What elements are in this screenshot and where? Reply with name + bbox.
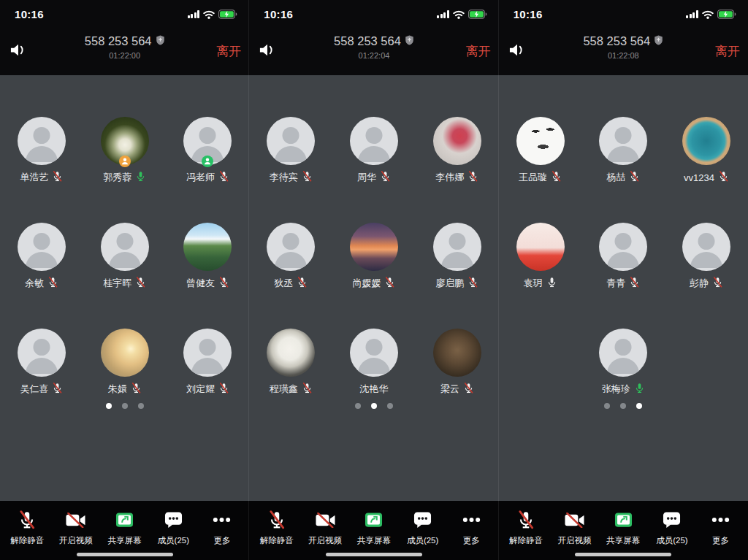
participant-tile[interactable]: 袁玥 (499, 223, 582, 329)
meeting-elapsed-time: 01:22:00 (0, 51, 249, 60)
avatar (350, 329, 398, 377)
toolbar-members-bubble-button[interactable]: 成员(25) (400, 510, 446, 546)
meeting-info[interactable]: 558 253 56401:22:04 (249, 34, 498, 60)
participant-name-row: 李伟娜 (435, 172, 478, 183)
toolbar-camera-off-button[interactable]: 开启视频 (53, 510, 99, 546)
mic-muted-icon (297, 277, 308, 291)
toolbar-label: 更多 (712, 535, 729, 546)
meeting-id: 558 253 564 (334, 34, 401, 48)
participant-row: 袁玥青青彭静 (499, 223, 748, 329)
participant-tile[interactable]: 单浩艺 (0, 117, 83, 223)
participant-name: 曾健友 (186, 277, 215, 290)
participant-name-row: 刘定耀 (186, 383, 229, 395)
participant-row: 王品璇杨喆vv1234 (499, 117, 748, 223)
participant-name: 桂宇晖 (103, 277, 131, 290)
avatar (599, 223, 647, 271)
participant-tile[interactable]: 曾健友 (167, 223, 250, 329)
page-dot (387, 403, 393, 409)
participant-grid: 李待宾周华李伟娜狄丞尚媛媛廖启鹏程璜鑫沈艳华梁云 (249, 75, 498, 501)
toolbar-share-screen-button[interactable]: 共享屏幕 (102, 510, 148, 546)
toolbar-mic-muted-button[interactable]: 解除静音 (503, 510, 549, 546)
participant-name: 单浩艺 (20, 171, 48, 184)
meeting-info[interactable]: 558 253 56401:22:08 (499, 34, 748, 60)
participant-name-row: 朱嬛 (108, 383, 142, 395)
toolbar-share-screen-button[interactable]: 共享屏幕 (351, 510, 397, 546)
avatar (516, 223, 565, 271)
toolbar-camera-off-button[interactable]: 开启视频 (552, 510, 598, 546)
participant-tile[interactable]: 朱嬛 (83, 329, 167, 434)
participant-row: 李待宾周华李伟娜 (249, 117, 498, 223)
participant-row: 张梅珍 (499, 329, 748, 434)
participant-name-row: 沈艳华 (359, 383, 388, 395)
meeting-id: 558 253 564 (85, 34, 152, 48)
role-badge-green (202, 156, 213, 167)
call-header: 558 253 56401:22:00离开 (0, 26, 249, 75)
avatar (599, 117, 647, 165)
participant-name-row: 曾健友 (186, 277, 229, 289)
battery-charging-icon (468, 9, 487, 19)
toolbar-label: 解除静音 (509, 535, 543, 546)
participant-tile[interactable]: 李伟娜 (416, 117, 499, 223)
participant-name: 狄丞 (274, 277, 293, 290)
meeting-app-screens: 10:16558 253 56401:22:00离开单浩艺郭秀蓉冯老师余敏桂宇晖… (0, 0, 748, 560)
participant-tile[interactable]: 张梅珍 (581, 329, 665, 434)
phone-screen-2: 10:16558 253 56401:22:04离开李待宾周华李伟娜狄丞尚媛媛廖… (249, 0, 498, 560)
participant-tile[interactable]: 廖启鹏 (416, 223, 499, 329)
participant-name-row: vv1234 (684, 172, 729, 183)
toolbar-members-bubble-button[interactable]: 成员(25) (649, 510, 695, 546)
participant-tile[interactable]: 李待宾 (249, 117, 332, 223)
participant-row: 吴仁喜朱嬛刘定耀 (0, 329, 249, 434)
mic-muted-icon (718, 171, 729, 185)
toolbar-members-bubble-button[interactable]: 成员(25) (150, 510, 196, 546)
avatar (267, 117, 315, 165)
avatar (101, 329, 149, 377)
avatar (267, 223, 315, 271)
participant-tile[interactable]: 周华 (332, 117, 416, 223)
toolbar-mic-muted-button[interactable]: 解除静音 (254, 510, 299, 546)
home-indicator[interactable] (326, 553, 422, 556)
leave-button[interactable]: 离开 (715, 43, 740, 60)
toolbar-more-dots-button[interactable]: 更多 (698, 510, 744, 546)
mic-muted-icon (267, 510, 286, 529)
participant-tile[interactable]: 刘定耀 (167, 329, 250, 434)
participant-tile[interactable]: 程璜鑫 (249, 329, 332, 434)
participant-tile[interactable]: 桂宇晖 (83, 223, 167, 329)
page-dots (249, 403, 498, 409)
participant-tile[interactable]: 吴仁喜 (0, 329, 83, 434)
toolbar-mic-muted-button[interactable]: 解除静音 (4, 510, 50, 546)
avatar (18, 223, 66, 271)
mic-muted-icon (468, 171, 478, 185)
leave-button[interactable]: 离开 (216, 43, 241, 60)
toolbar-camera-off-button[interactable]: 开启视频 (302, 510, 348, 546)
toolbar-more-dots-button[interactable]: 更多 (449, 510, 494, 546)
leave-button[interactable]: 离开 (466, 43, 491, 60)
toolbar-label: 开启视频 (308, 535, 342, 546)
participant-name-row: 程璜鑫 (270, 383, 313, 395)
toolbar-more-dots-button[interactable]: 更多 (199, 510, 245, 546)
toolbar-label: 更多 (463, 535, 480, 546)
participant-tile[interactable]: 彭静 (665, 223, 748, 329)
home-indicator[interactable] (575, 553, 671, 556)
participant-tile[interactable]: 尚媛媛 (332, 223, 416, 329)
participant-tile[interactable]: 梁云 (416, 329, 499, 434)
participant-row: 狄丞尚媛媛廖启鹏 (249, 223, 498, 329)
participant-name: 彭静 (690, 277, 709, 290)
home-indicator[interactable] (77, 553, 173, 556)
participant-name-row: 尚媛媛 (352, 277, 395, 289)
meeting-info[interactable]: 558 253 56401:22:00 (0, 34, 249, 60)
participant-tile[interactable]: 狄丞 (249, 223, 332, 329)
participant-tile[interactable]: 郭秀蓉 (83, 117, 167, 223)
toolbar-share-screen-button[interactable]: 共享屏幕 (600, 510, 646, 546)
participant-row: 单浩艺郭秀蓉冯老师 (0, 117, 249, 223)
participant-tile[interactable]: 沈艳华 (332, 329, 416, 434)
meeting-id: 558 253 564 (583, 34, 650, 48)
share-screen-icon (614, 510, 633, 529)
participant-tile[interactable]: 王品璇 (499, 117, 582, 223)
participant-tile[interactable]: 余敏 (0, 223, 83, 329)
participant-tile[interactable]: 青青 (581, 223, 665, 329)
participant-tile[interactable]: vv1234 (665, 117, 748, 223)
participant-tile[interactable]: 冯老师 (167, 117, 250, 223)
more-dots-icon (711, 510, 730, 529)
participant-tile[interactable]: 杨喆 (581, 117, 665, 223)
participant-name: 沈艳华 (359, 383, 388, 396)
